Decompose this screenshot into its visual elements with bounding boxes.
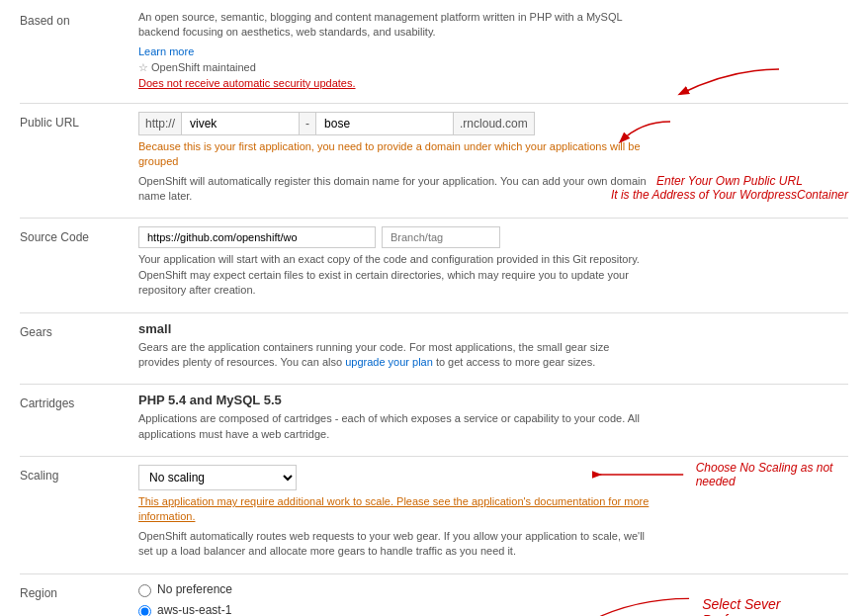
region-label: Region xyxy=(20,582,138,600)
security-warning: Does not receive automatic security upda… xyxy=(138,77,652,89)
gears-label: Gears xyxy=(20,321,138,339)
url-row: http:// - .rncloud.com xyxy=(138,112,652,135)
url-arrow-svg xyxy=(611,112,789,171)
scaling-annotation-text: Choose No Scaling as not needed xyxy=(696,461,848,488)
url-subdomain-input[interactable] xyxy=(181,112,300,135)
gears-info-text2: to get access to more gear sizes. xyxy=(436,356,595,368)
region-label-no-pref: No preference xyxy=(157,582,232,596)
scaling-info: OpenShift automatically routes web reque… xyxy=(138,529,652,560)
region-arrow-svg xyxy=(581,587,698,616)
url-separator: - xyxy=(300,112,315,135)
source-code-label: Source Code xyxy=(20,226,138,244)
url-orange-warning: Because this is your first application, … xyxy=(138,139,652,170)
wordpress-description: An open source, semantic, blogging and c… xyxy=(138,10,652,41)
url-domain-input[interactable] xyxy=(315,112,454,135)
source-row xyxy=(138,226,652,248)
cartridges-label: Cartridges xyxy=(20,393,138,410)
cartridges-info: Applications are composed of cartridges … xyxy=(138,411,652,442)
learn-more-link[interactable]: Learn more xyxy=(138,45,194,57)
region-label-us-east: aws-us-east-1 xyxy=(157,603,372,616)
url-prefix: http:// xyxy=(138,112,181,135)
region-radio-us-east[interactable] xyxy=(138,605,151,616)
maintained-line: ☆ OpenShift maintained xyxy=(138,61,652,74)
region-option-us-east: aws-us-east-1 All gear sizes can be depl… xyxy=(138,603,652,616)
scaling-row: No scaling Scale up xyxy=(138,465,652,490)
url-annotation-area: Enter Your Own Public URLIt is the Addre… xyxy=(611,112,848,202)
gears-info: Gears are the application containers run… xyxy=(138,340,652,371)
scaling-arrow-svg xyxy=(591,460,692,489)
region-radio-no-pref[interactable] xyxy=(138,584,151,597)
star-icon: ☆ xyxy=(138,61,148,73)
region-option-no-pref: No preference xyxy=(138,582,652,597)
url-annotation-text: Enter Your Own Public URLIt is the Addre… xyxy=(611,174,848,202)
cartridge-value: PHP 5.4 and MySQL 5.5 xyxy=(138,393,652,407)
public-url-label: Public URL xyxy=(20,112,138,130)
scaling-annotation-area: Choose No Scaling as not needed xyxy=(591,460,848,489)
scaling-label: Scaling xyxy=(20,465,138,483)
gear-value: small xyxy=(138,321,652,336)
maintained-text: OpenShift maintained xyxy=(151,61,256,73)
upgrade-link[interactable]: upgrade your plan xyxy=(345,356,433,368)
based-on-label: Based on xyxy=(20,10,138,28)
scaling-select[interactable]: No scaling Scale up xyxy=(138,465,297,490)
region-annotation-text: Select Sever Preference xyxy=(702,596,838,616)
url-suffix: .rncloud.com xyxy=(454,112,535,135)
source-info: Your application will start with an exac… xyxy=(138,252,652,298)
branch-input[interactable] xyxy=(382,226,500,248)
url-info: OpenShift will automatically register th… xyxy=(138,174,652,205)
scaling-warning: This application may require additional … xyxy=(138,494,652,525)
source-url-input[interactable] xyxy=(138,226,376,248)
security-arrow xyxy=(670,64,789,107)
region-annotation-area: Select Sever Preference xyxy=(581,587,838,616)
